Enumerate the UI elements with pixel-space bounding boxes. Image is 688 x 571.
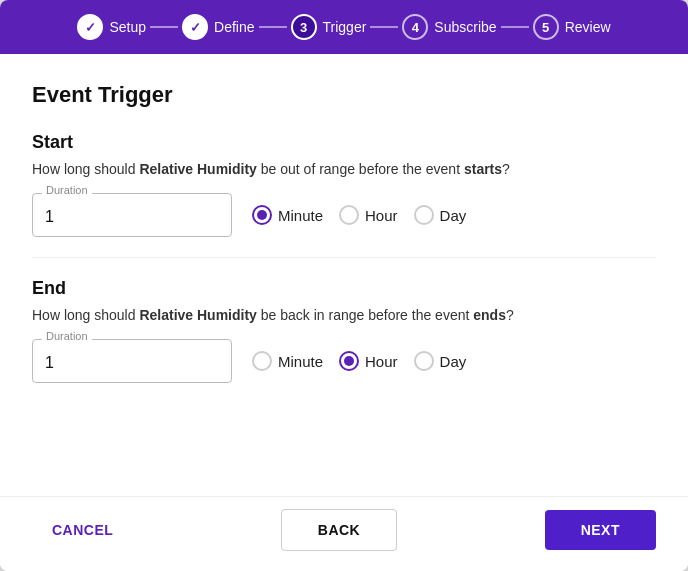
- start-metric: Relative Humidity: [139, 161, 256, 177]
- end-duration-row: Duration Minute Hour: [32, 339, 656, 383]
- start-desc-suffix: be out of range before the event: [257, 161, 464, 177]
- start-radio-group: Minute Hour Day: [252, 205, 466, 225]
- start-section-title: Start: [32, 132, 656, 153]
- cancel-button[interactable]: CANCEL: [32, 510, 133, 550]
- end-metric: Relative Humidity: [139, 307, 256, 323]
- end-duration-field: Duration: [32, 339, 232, 383]
- step-setup: ✓ Setup: [77, 14, 146, 40]
- start-day-option[interactable]: Day: [414, 205, 467, 225]
- start-duration-row: Duration Minute Hour: [32, 193, 656, 237]
- step-circle-subscribe: 4: [402, 14, 428, 40]
- start-desc-end: ?: [502, 161, 510, 177]
- connector-2: [259, 26, 287, 28]
- end-day-option[interactable]: Day: [414, 351, 467, 371]
- connector-3: [370, 26, 398, 28]
- start-minute-radio-custom: [252, 205, 272, 225]
- end-hour-radio-custom: [339, 351, 359, 371]
- end-day-label: Day: [440, 353, 467, 370]
- connector-4: [501, 26, 529, 28]
- end-desc-suffix: be back in range before the event: [257, 307, 473, 323]
- start-duration-input[interactable]: [32, 193, 232, 237]
- step-circle-define: ✓: [182, 14, 208, 40]
- step-circle-setup: ✓: [77, 14, 103, 40]
- end-day-radio-custom: [414, 351, 434, 371]
- end-desc-end: ?: [506, 307, 514, 323]
- stepper-bar: ✓ Setup ✓ Define 3 Trigger 4 Subscribe: [0, 0, 688, 54]
- step-circle-trigger: 3: [291, 14, 317, 40]
- start-hour-label: Hour: [365, 207, 398, 224]
- start-duration-field: Duration: [32, 193, 232, 237]
- end-hour-label: Hour: [365, 353, 398, 370]
- start-day-label: Day: [440, 207, 467, 224]
- start-hour-radio-custom: [339, 205, 359, 225]
- step-number-subscribe: 4: [412, 20, 419, 35]
- end-duration-input[interactable]: [32, 339, 232, 383]
- end-section: End How long should Relative Humidity be…: [32, 278, 656, 383]
- start-duration-label: Duration: [42, 184, 92, 196]
- connector-1: [150, 26, 178, 28]
- step-label-setup: Setup: [109, 19, 146, 35]
- step-number-review: 5: [542, 20, 549, 35]
- end-radio-group: Minute Hour Day: [252, 351, 466, 371]
- section-divider: [32, 257, 656, 258]
- back-button[interactable]: BACK: [281, 509, 397, 551]
- start-desc-prefix: How long should: [32, 161, 139, 177]
- end-section-title: End: [32, 278, 656, 299]
- start-minute-label: Minute: [278, 207, 323, 224]
- end-minute-radio-custom: [252, 351, 272, 371]
- start-minute-option[interactable]: Minute: [252, 205, 323, 225]
- checkmark-setup: ✓: [85, 20, 96, 35]
- step-circle-review: 5: [533, 14, 559, 40]
- start-action-word: starts: [464, 161, 502, 177]
- page-title: Event Trigger: [32, 82, 656, 108]
- end-duration-label: Duration: [42, 330, 92, 342]
- end-action-word: ends: [473, 307, 506, 323]
- end-section-desc: How long should Relative Humidity be bac…: [32, 307, 656, 323]
- step-review: 5 Review: [533, 14, 611, 40]
- step-trigger: 3 Trigger: [291, 14, 367, 40]
- checkmark-define: ✓: [190, 20, 201, 35]
- end-minute-label: Minute: [278, 353, 323, 370]
- next-button[interactable]: NEXT: [545, 510, 656, 550]
- step-label-subscribe: Subscribe: [434, 19, 496, 35]
- end-hour-option[interactable]: Hour: [339, 351, 398, 371]
- modal-container: ✓ Setup ✓ Define 3 Trigger 4 Subscribe: [0, 0, 688, 571]
- step-label-review: Review: [565, 19, 611, 35]
- start-day-radio-custom: [414, 205, 434, 225]
- modal-footer: CANCEL BACK NEXT: [0, 496, 688, 571]
- start-hour-option[interactable]: Hour: [339, 205, 398, 225]
- step-label-define: Define: [214, 19, 254, 35]
- step-number-trigger: 3: [300, 20, 307, 35]
- modal-content: Event Trigger Start How long should Rela…: [0, 54, 688, 496]
- step-subscribe: 4 Subscribe: [402, 14, 496, 40]
- step-define: ✓ Define: [182, 14, 254, 40]
- step-label-trigger: Trigger: [323, 19, 367, 35]
- end-desc-prefix: How long should: [32, 307, 139, 323]
- start-section-desc: How long should Relative Humidity be out…: [32, 161, 656, 177]
- start-section: Start How long should Relative Humidity …: [32, 132, 656, 237]
- end-minute-option[interactable]: Minute: [252, 351, 323, 371]
